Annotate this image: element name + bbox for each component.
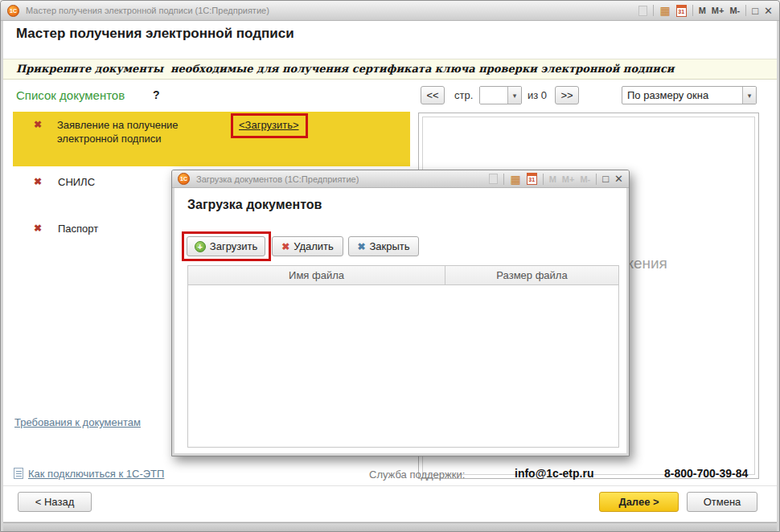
support-email: info@1c-etp.ru: [515, 467, 593, 480]
maximize-button[interactable]: □: [602, 174, 609, 184]
titlebar-separator: [653, 5, 654, 16]
m-button: M: [549, 174, 556, 184]
chevron-down-icon[interactable]: ▾: [742, 87, 756, 104]
missing-cross-icon: ✖: [34, 119, 42, 130]
window-title: Мастер получения электронной подписи (1С…: [26, 6, 269, 15]
m-plus-button[interactable]: M+: [712, 6, 725, 15]
files-table-header: Имя файла Размер файла: [187, 265, 619, 285]
titlebar-separator: [692, 5, 693, 16]
column-header-filesize: Размер файла: [445, 266, 618, 284]
close-button[interactable]: ✕: [764, 6, 773, 16]
page-count-label: из 0: [528, 89, 547, 101]
m-minus-button[interactable]: M-: [729, 6, 740, 15]
m-minus-button: M-: [580, 174, 590, 184]
calculator-icon[interactable]: ▦: [659, 5, 670, 16]
upload-button-label: Загрузить: [210, 240, 257, 252]
next-button[interactable]: Далее >: [599, 492, 679, 512]
document-page-icon: [14, 468, 23, 479]
upload-dialog: 1С Загрузка документов (1С:Предприятие) …: [171, 170, 630, 456]
titlebar-separator: [503, 174, 504, 185]
delete-button[interactable]: ✖ Удалить: [272, 236, 343, 256]
1c-logo-icon: 1С: [7, 5, 19, 17]
calendar-icon[interactable]: 31: [527, 173, 537, 185]
titlebar-separator: [543, 174, 544, 185]
m-plus-button: M+: [562, 174, 575, 184]
document-label: Заявление на получение электронной подпи…: [57, 118, 232, 145]
main-titlebar: 1С Мастер получения электронной подписи …: [1, 1, 779, 21]
page-label: стр.: [454, 89, 473, 101]
page-title: Мастер получения электронной подписи: [16, 26, 294, 42]
files-table: Имя файла Размер файла: [187, 265, 619, 448]
requirements-link[interactable]: Требования к документам: [14, 416, 141, 428]
close-cross-icon: ✖: [357, 241, 365, 252]
dialog-body: Загрузка документов + Загрузить ✖ Удалит…: [174, 188, 626, 453]
howto-connect-link[interactable]: Как подключиться к 1С-ЭТП: [28, 468, 164, 480]
support-label: Служба поддержки:: [369, 469, 465, 481]
back-button[interactable]: < Назад: [18, 492, 92, 512]
upload-button[interactable]: + Загрузить: [187, 236, 265, 256]
list-item-snils[interactable]: СНИЛС: [58, 175, 95, 189]
instruction-banner: Прикрепите документы необходимые для пол…: [3, 59, 777, 80]
cancel-button[interactable]: Отмена: [687, 492, 757, 512]
plus-icon: +: [195, 241, 206, 252]
close-button-label: Закрыть: [369, 240, 409, 252]
close-dialog-button[interactable]: ✖ Закрыть: [348, 236, 419, 256]
clipboard-icon[interactable]: [638, 6, 647, 16]
column-header-filename: Имя файла: [188, 266, 445, 284]
list-item-application[interactable]: ✖ Заявление на получение электронной под…: [13, 112, 410, 166]
prev-page-button[interactable]: <<: [421, 86, 445, 104]
files-table-body[interactable]: [187, 285, 619, 448]
dialog-title: Загрузка документов (1С:Предприятие): [196, 174, 359, 184]
calendar-icon[interactable]: 31: [676, 5, 687, 17]
1c-logo-icon: 1С: [178, 173, 190, 185]
dialog-titlebar: 1С Загрузка документов (1С:Предприятие) …: [172, 170, 629, 188]
page-number-combo: ▾: [479, 86, 522, 104]
m-button[interactable]: M: [699, 6, 706, 15]
help-button[interactable]: ?: [153, 88, 160, 101]
documents-list-header: Список документов: [16, 88, 125, 102]
maximize-button[interactable]: □: [752, 6, 758, 16]
titlebar-separator: [596, 174, 597, 185]
titlebar-separator: [745, 5, 746, 16]
close-button[interactable]: ✕: [614, 174, 623, 184]
footer-divider: [3, 485, 777, 486]
next-page-button[interactable]: >>: [555, 86, 579, 104]
upload-link[interactable]: <Загрузить>: [239, 119, 299, 131]
page-number-input[interactable]: [480, 87, 507, 104]
chevron-down-icon[interactable]: ▾: [507, 87, 521, 104]
window-bottom-frame: [3, 522, 777, 531]
dialog-heading: Загрузка документов: [187, 198, 322, 212]
calculator-icon[interactable]: ▦: [510, 174, 520, 185]
zoom-fit-value: По размеру окна: [622, 87, 742, 104]
support-phone: 8-800-700-39-84: [664, 467, 748, 480]
missing-cross-icon: ✖: [34, 176, 42, 187]
delete-cross-icon: ✖: [281, 241, 289, 252]
delete-button-label: Удалить: [294, 240, 334, 252]
clipboard-icon[interactable]: [489, 174, 498, 184]
zoom-fit-select[interactable]: По размеру окна ▾: [622, 86, 757, 104]
missing-cross-icon: ✖: [34, 223, 42, 234]
app-window: 1С Мастер получения электронной подписи …: [0, 0, 780, 532]
list-item-passport[interactable]: Паспорт: [58, 222, 98, 235]
